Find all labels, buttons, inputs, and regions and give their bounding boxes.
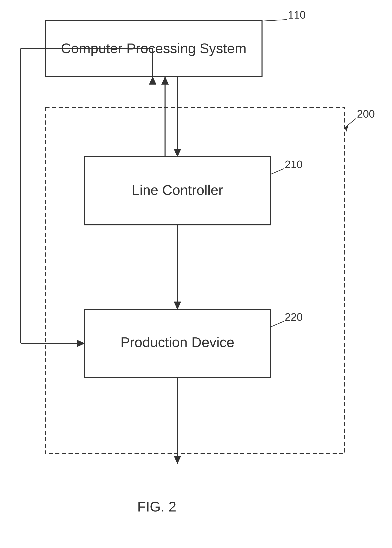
ref-200: 200 bbox=[357, 108, 375, 120]
svg-marker-19 bbox=[174, 456, 181, 464]
ref-110: 110 bbox=[288, 9, 306, 21]
svg-line-0 bbox=[262, 20, 287, 21]
svg-marker-6 bbox=[161, 76, 169, 84]
diagram-container: Computer Processing System 110 200 Line … bbox=[0, 0, 392, 548]
svg-marker-14 bbox=[77, 340, 85, 347]
svg-marker-17 bbox=[149, 76, 156, 84]
svg-line-4 bbox=[271, 321, 284, 327]
svg-marker-8 bbox=[174, 149, 181, 157]
ref-210: 210 bbox=[285, 158, 303, 170]
line-controller-label: Line Controller bbox=[132, 182, 223, 198]
production-device-label: Production Device bbox=[120, 334, 234, 350]
svg-line-3 bbox=[271, 169, 284, 174]
ref-220: 220 bbox=[285, 311, 303, 323]
svg-marker-10 bbox=[174, 302, 181, 310]
figure-label: FIG. 2 bbox=[137, 499, 176, 514]
svg-marker-2 bbox=[344, 124, 349, 132]
